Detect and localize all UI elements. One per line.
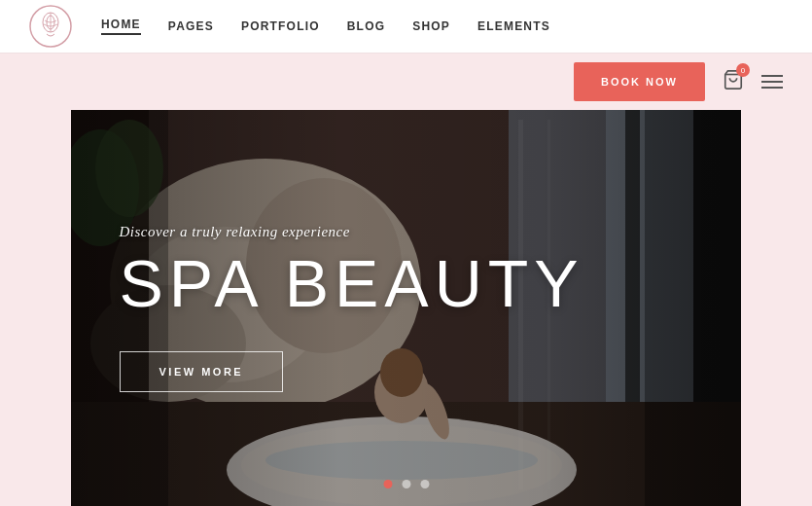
hero-content: Discover a truly relaxing experience SPA… <box>71 110 742 506</box>
hero-section: Discover a truly relaxing experience SPA… <box>0 110 812 506</box>
nav-portfolio[interactable]: PORTFOLIO <box>241 19 320 33</box>
nav-pages[interactable]: PAGES <box>168 19 214 33</box>
nav-blog[interactable]: BLOG <box>347 19 385 33</box>
nav-elements[interactable]: ELEMENTS <box>477 19 550 33</box>
hero-image-area: Discover a truly relaxing experience SPA… <box>0 110 812 506</box>
top-bar: BOOK NOW 0 <box>0 54 812 110</box>
view-more-button[interactable]: VIEW MORE <box>120 351 284 392</box>
hero-dots <box>383 480 429 488</box>
dot-2[interactable] <box>402 480 410 488</box>
main-header: HOME PAGES PORTFOLIO BLOG SHOP ELEMENTS <box>0 0 812 54</box>
dot-1[interactable] <box>383 480 392 488</box>
nav-home[interactable]: HOME <box>101 18 141 35</box>
hero-title: SPA BEAUTY <box>120 250 584 316</box>
dot-3[interactable] <box>420 480 429 488</box>
hero-subtitle: Discover a truly relaxing experience <box>120 224 350 240</box>
cart-button[interactable]: 0 <box>723 69 744 94</box>
cart-badge: 0 <box>736 63 750 77</box>
book-now-button[interactable]: BOOK NOW <box>574 62 705 101</box>
main-nav: HOME PAGES PORTFOLIO BLOG SHOP ELEMENTS <box>101 18 783 35</box>
nav-shop[interactable]: SHOP <box>412 19 450 33</box>
hamburger-menu[interactable] <box>761 75 783 89</box>
logo[interactable] <box>29 5 72 48</box>
